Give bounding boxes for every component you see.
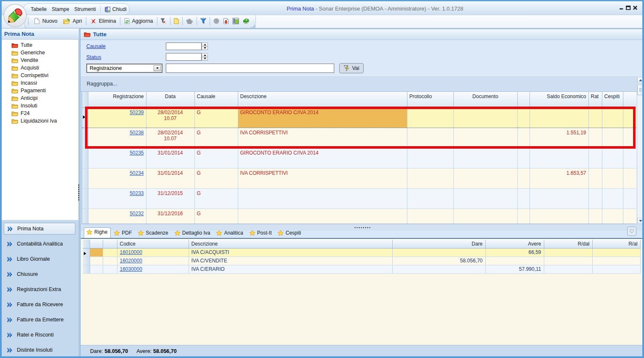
cell-descrizione[interactable] — [238, 208, 407, 224]
tab-analitica[interactable]: Analitica — [214, 228, 246, 237]
dcell-descrizione[interactable]: IVA C/ERARIO — [189, 265, 392, 273]
tab-cespiti[interactable]: Cespiti — [275, 228, 304, 237]
col-empty[interactable] — [623, 92, 636, 107]
cell-cespiti[interactable] — [602, 188, 623, 208]
dcol-descrizione[interactable]: Descrizione — [189, 240, 392, 248]
cell-descrizione[interactable]: IVA CORRISPETTIVI — [238, 168, 407, 188]
nav-item[interactable]: Fatture da Emettere — [4, 314, 75, 326]
dcell-gutter[interactable] — [103, 248, 117, 256]
cell-protocollo[interactable] — [407, 168, 453, 188]
cell-documento[interactable] — [453, 208, 517, 224]
cell-saldo[interactable]: 1.653,57 — [530, 168, 588, 188]
tab-scadenze[interactable]: Scadenze — [136, 228, 171, 237]
menu-item-chiudi[interactable]: Chiudi — [103, 5, 128, 13]
filter-button[interactable] — [198, 16, 208, 26]
col-documento[interactable]: Documento — [453, 92, 517, 107]
cell-documento[interactable] — [453, 168, 517, 188]
tree-item[interactable]: Vendite — [1, 56, 78, 64]
registrazione-link[interactable]: 50232 — [130, 211, 144, 216]
col-registrazione[interactable]: Registrazione — [88, 92, 146, 107]
cell-empty[interactable] — [517, 208, 530, 224]
cell-rat[interactable] — [588, 168, 602, 188]
col-cespiti[interactable]: Cespiti — [602, 92, 623, 107]
cell-data[interactable]: 31/01/2014 — [146, 148, 194, 168]
dcol-codice[interactable]: Codice — [117, 240, 189, 248]
dcell-avere[interactable] — [485, 256, 544, 265]
new-page-button[interactable] — [172, 16, 181, 26]
scrollbar-thumb[interactable] — [637, 84, 644, 95]
menu-item-strumenti[interactable]: Strumenti — [72, 5, 98, 13]
dcell-descrizione[interactable]: IVA C/ACQUISTI — [189, 248, 392, 256]
nav-item[interactable]: Distinte Insoluti — [4, 344, 75, 356]
nav-item[interactable]: Prima Nota — [4, 223, 75, 235]
stamp-button[interactable] — [184, 17, 195, 26]
grid-row[interactable]: 50235 31/01/2014 G GIROCONTO ERARIO C/IV… — [82, 148, 636, 168]
menu-item-stampe[interactable]: Stampe — [50, 5, 71, 13]
dcell-gutter[interactable] — [103, 265, 117, 273]
dcell-gutter[interactable] — [90, 248, 103, 256]
cell-cespiti[interactable] — [602, 148, 623, 168]
status-input[interactable] — [166, 53, 202, 61]
detail-row[interactable]: 16020000 IVA C/VENDITE 58.056,70 — [83, 256, 640, 265]
cell-rat[interactable] — [588, 188, 602, 208]
col-descrizione[interactable]: Descrizione — [238, 92, 407, 107]
minimize-button[interactable] — [619, 5, 624, 11]
cell-cespiti[interactable] — [602, 168, 623, 188]
cell-empty[interactable] — [517, 168, 530, 188]
elimina-button[interactable]: Elimina — [88, 17, 119, 26]
dcell-gutter[interactable] — [90, 256, 103, 265]
registrazione-link[interactable]: 50234 — [130, 170, 144, 176]
nav-item[interactable]: Libro Giornale — [4, 253, 75, 265]
tab-post-it[interactable]: Post-It — [247, 228, 275, 237]
dcol-rdal[interactable]: R/dal — [544, 240, 592, 248]
search-type-select[interactable]: Registrazione — [86, 64, 162, 73]
nav-item[interactable]: Chiusure — [4, 268, 75, 280]
vai-button[interactable]: Vai — [339, 63, 364, 73]
dcell-gutter[interactable] — [90, 265, 103, 273]
dcell-ral[interactable] — [592, 256, 640, 265]
tree-item[interactable]: Corrispettivi — [1, 72, 78, 79]
cell-data[interactable]: 31/12/2016 — [146, 208, 194, 224]
apri-button[interactable]: Apri — [60, 16, 85, 26]
cell-documento[interactable] — [453, 148, 517, 168]
cell-saldo[interactable] — [530, 188, 588, 208]
tree-item[interactable]: Liquidazioni Iva — [1, 117, 78, 125]
causale-input[interactable] — [166, 43, 202, 50]
cell-saldo[interactable] — [530, 208, 588, 224]
tree-item[interactable]: Insoluti — [1, 102, 78, 110]
tab-righe[interactable]: Righe — [84, 227, 111, 238]
grid-row[interactable]: 50233 31/12/2015 G — [82, 188, 636, 208]
aggiorna-button[interactable]: Aggiorna — [122, 16, 156, 26]
preview-panel-button[interactable] — [231, 16, 241, 26]
causale-link[interactable]: Causale — [86, 43, 106, 49]
nav-item[interactable]: Ratei e Risconti — [4, 329, 75, 341]
dcell-descrizione[interactable]: IVA C/VENDITE — [189, 256, 392, 265]
dcol-dare[interactable]: Dare — [392, 240, 485, 248]
dcell-ral[interactable] — [592, 248, 640, 256]
help-book-button[interactable] — [241, 16, 251, 26]
cell-causale[interactable]: G — [194, 168, 238, 188]
tree-item[interactable]: Incassi — [1, 79, 78, 87]
dcell-ral[interactable] — [592, 265, 640, 273]
vertical-scrollbar[interactable] — [637, 77, 643, 224]
dcell-rdal[interactable] — [544, 256, 592, 265]
detail-row[interactable]: 16030000 IVA C/ERARIO 57.990,11 — [83, 265, 640, 273]
cell-protocollo[interactable] — [407, 188, 453, 208]
tree-item[interactable]: Anticipi — [1, 94, 78, 102]
cell-descrizione[interactable] — [238, 188, 407, 208]
causale-spinner[interactable] — [202, 43, 208, 50]
dcell-avere[interactable]: 57.990,11 — [485, 265, 544, 273]
nav-item[interactable]: Registrazioni Extra — [4, 283, 75, 295]
cell-empty[interactable] — [623, 168, 636, 188]
maximize-button[interactable] — [626, 5, 631, 11]
dcol-ral[interactable]: R/al — [592, 240, 640, 248]
close-button[interactable] — [633, 5, 638, 11]
col-rat[interactable]: Rat — [588, 92, 602, 107]
dcell-gutter[interactable] — [103, 256, 117, 265]
cell-data[interactable]: 31/01/2014 — [146, 168, 194, 188]
cell-causale[interactable]: G — [194, 188, 238, 208]
cell-causale[interactable]: G — [194, 208, 238, 224]
cell-rat[interactable] — [588, 208, 602, 224]
cell-protocollo[interactable] — [407, 148, 453, 168]
grid-row[interactable]: 50232 31/12/2016 G — [82, 208, 636, 224]
